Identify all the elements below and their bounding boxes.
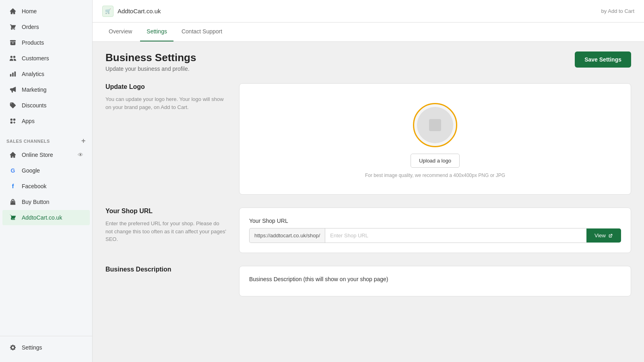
buy-button-icon (9, 198, 17, 206)
update-logo-right: Upload a logo For best image quality, we… (239, 83, 631, 195)
sidebar-item-apps[interactable]: Apps (2, 113, 90, 129)
tab-contact-label: Contact Support (182, 28, 222, 35)
business-desc-left: Business Description (105, 266, 226, 296)
business-desc-label: Business Description (this will show on … (249, 276, 621, 282)
page-header-row: Business Settings Update your business a… (105, 51, 631, 72)
sidebar-item-home[interactable]: Home (2, 4, 90, 19)
tabs-bar: Overview Settings Contact Support (93, 23, 644, 42)
addtocart-icon (9, 214, 17, 222)
app-header-left: 🛒 AddtoCart.co.uk (102, 6, 161, 17)
tab-settings[interactable]: Settings (140, 22, 173, 41)
sidebar-item-addtocart-label: AddtoCart.co.uk (22, 214, 62, 221)
orders-icon (9, 23, 17, 31)
logo-upload-area: Upload a logo For best image quality, we… (249, 93, 621, 185)
sidebar-item-home-label: Home (22, 8, 37, 14)
tab-overview[interactable]: Overview (102, 22, 138, 41)
app-title: AddtoCart.co.uk (118, 8, 161, 14)
sidebar-item-discounts-label: Discounts (22, 102, 46, 109)
view-btn-label: View (594, 232, 606, 239)
main-content: 🛒 AddtoCart.co.uk by Add to Cart Overvie… (93, 0, 644, 362)
home-icon (9, 7, 17, 15)
update-logo-left: Update Logo You can update your logo her… (105, 83, 226, 195)
facebook-icon: f (9, 182, 17, 190)
app-header-right: by Add to Cart (601, 8, 634, 14)
sidebar-nav: Home Orders Products Customers (0, 0, 92, 333)
logo-placeholder-icon (427, 117, 443, 133)
business-desc-title: Business Description (105, 266, 226, 273)
update-logo-section: Update Logo You can update your logo her… (105, 83, 631, 195)
shop-url-desc: Enter the preferred URL for your shop. P… (105, 220, 226, 243)
page-body: Business Settings Update your business a… (93, 42, 644, 362)
discounts-icon (9, 101, 17, 109)
google-icon: G (9, 167, 17, 175)
sidebar-item-marketing-label: Marketing (22, 86, 46, 93)
analytics-icon (9, 70, 17, 78)
upload-logo-button[interactable]: Upload a logo (411, 154, 460, 168)
page-title: Business Settings (105, 51, 196, 64)
sidebar-item-apps-label: Apps (22, 118, 35, 124)
sidebar-item-online-store[interactable]: Online Store 👁 (2, 147, 90, 162)
tab-settings-label: Settings (147, 28, 167, 35)
sidebar-item-google-label: Google (22, 167, 40, 174)
sidebar-item-settings-label: Settings (22, 344, 42, 351)
add-channel-icon[interactable]: + (81, 137, 86, 145)
online-store-eye-icon[interactable]: 👁 (78, 152, 83, 158)
sidebar-item-orders-label: Orders (22, 24, 39, 30)
sidebar-item-google[interactable]: G Google (2, 163, 90, 178)
by-text: by Add to Cart (601, 8, 634, 14)
upload-hint: For best image quality, we recommend a 4… (365, 173, 505, 178)
sidebar-item-buy-button[interactable]: Buy Button (2, 194, 90, 210)
apps-icon (9, 117, 17, 125)
shop-url-field-label: Your Shop URL (249, 218, 621, 224)
app-logo-text: 🛒 (105, 8, 111, 14)
sidebar-item-products-label: Products (22, 39, 44, 46)
sidebar-item-online-store-label: Online Store (22, 152, 53, 158)
sidebar-item-marketing[interactable]: Marketing (2, 82, 90, 97)
sidebar: Home Orders Products Customers (0, 0, 93, 362)
products-icon (9, 39, 17, 47)
tab-overview-label: Overview (109, 28, 132, 35)
online-store-icon (9, 151, 17, 159)
sidebar-item-addtocart[interactable]: AddtoCart.co.uk (2, 210, 90, 225)
sidebar-item-analytics-label: Analytics (22, 71, 44, 77)
update-logo-title: Update Logo (105, 83, 226, 90)
sidebar-item-facebook-label: Facebook (22, 183, 46, 189)
sidebar-item-discounts[interactable]: Discounts (2, 98, 90, 113)
sidebar-item-settings[interactable]: Settings (2, 340, 90, 355)
page-subtitle: Update your business and profile. (105, 66, 196, 72)
tab-contact[interactable]: Contact Support (175, 22, 229, 41)
shop-url-input[interactable] (325, 228, 586, 243)
page-header-text: Business Settings Update your business a… (105, 51, 196, 72)
view-shop-url-button[interactable]: View (586, 228, 621, 243)
app-logo: 🛒 (102, 6, 114, 17)
logo-circle (413, 103, 457, 147)
sidebar-item-customers-label: Customers (22, 55, 49, 62)
shop-url-row: https://addtocart.co.uk/shop/ View (249, 228, 621, 243)
sidebar-item-orders[interactable]: Orders (2, 19, 90, 35)
settings-icon (9, 343, 17, 352)
sidebar-item-analytics[interactable]: Analytics (2, 66, 90, 82)
sidebar-item-buy-button-label: Buy Button (22, 199, 50, 205)
sidebar-item-products[interactable]: Products (2, 35, 90, 50)
sidebar-item-facebook[interactable]: f Facebook (2, 179, 90, 194)
shop-url-left: Your Shop URL Enter the preferred URL fo… (105, 208, 226, 253)
sidebar-item-customers[interactable]: Customers (2, 51, 90, 66)
sales-channels-header: SALES CHANNELS + (0, 132, 92, 147)
sales-channels-label: SALES CHANNELS (6, 139, 50, 144)
update-logo-desc: You can update your logo here. Your logo… (105, 95, 226, 111)
app-header: 🛒 AddtoCart.co.uk by Add to Cart (93, 0, 644, 23)
marketing-icon (9, 86, 17, 94)
save-settings-button[interactable]: Save Settings (575, 51, 631, 68)
shop-url-title: Your Shop URL (105, 208, 226, 215)
business-desc-section: Business Description Business Descriptio… (105, 266, 631, 296)
shop-url-prefix: https://addtocart.co.uk/shop/ (249, 228, 325, 243)
shop-url-right: Your Shop URL https://addtocart.co.uk/sh… (239, 208, 631, 253)
shop-url-section: Your Shop URL Enter the preferred URL fo… (105, 208, 631, 253)
business-desc-right: Business Description (this will show on … (239, 266, 631, 296)
customers-icon (9, 54, 17, 62)
external-link-icon (608, 233, 613, 238)
logo-circle-inner (417, 107, 453, 143)
sidebar-bottom: Settings (0, 336, 92, 362)
